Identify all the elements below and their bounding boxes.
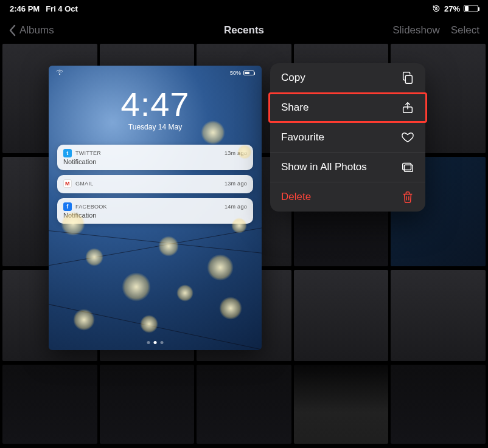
svg-rect-2 [405,75,412,83]
grid-thumb[interactable] [2,365,97,444]
svg-rect-0 [436,8,437,10]
trash-icon [401,190,414,204]
menu-item-favourite[interactable]: Favourite [270,123,425,153]
menu-label: Delete [281,191,311,203]
notif-app: TWITTER [75,150,101,156]
menu-label: Favourite [281,131,324,143]
nav-bar: Albums Recents Slideshow Select [0,17,488,44]
notification-stack: t TWITTER 13m ago Notification M GMAIL 1… [57,145,253,224]
copy-icon [401,71,414,84]
lockscreen-time: 4:47 [49,88,262,122]
menu-label: Show in All Photos [281,161,367,173]
grid-thumb[interactable] [391,270,486,361]
context-menu: Copy Share Favourite Show in All Photos … [270,63,425,212]
notif-app: FACEBOOK [75,204,107,210]
chevron-left-icon [9,24,17,36]
heart-icon [401,131,414,144]
preview-status-bar: 50% [49,66,262,77]
menu-label: Copy [281,72,305,84]
share-icon [401,101,414,114]
preview-batt-pct: 50% [230,70,241,76]
svg-point-1 [59,74,60,75]
page-indicator [147,341,164,344]
status-bar: 2:46 PM Fri 4 Oct 27% [0,0,488,17]
notification-card: f FACEBOOK 14m ago Notification [57,198,253,224]
twitter-icon: t [63,149,72,157]
battery-icon [464,5,478,12]
status-date: Fri 4 Oct [46,4,78,13]
notif-body: Notification [63,158,247,165]
wifi-icon [56,69,63,77]
grid-thumb[interactable] [100,365,195,444]
photos-icon [401,160,414,174]
gmail-icon: M [63,179,72,188]
grid-thumb[interactable] [197,365,291,444]
notif-app: GMAIL [75,181,94,187]
select-button[interactable]: Select [451,24,479,36]
notification-card: t TWITTER 13m ago Notification [57,145,253,170]
orientation-lock-icon [432,4,441,13]
grid-thumb[interactable] [294,270,389,361]
preview-battery-icon [243,71,254,75]
facebook-icon: f [63,202,72,211]
notif-age: 13m ago [225,181,247,187]
menu-item-share[interactable]: Share [270,93,425,123]
notif-age: 14m ago [225,204,247,210]
back-label: Albums [19,24,54,36]
grid-thumb[interactable] [294,365,389,444]
lockscreen-date: Tuesday 14 May [49,123,262,131]
page-title: Recents [224,24,264,36]
slideshow-button[interactable]: Slideshow [392,24,440,36]
menu-item-delete[interactable]: Delete [270,182,425,212]
menu-label: Share [281,102,308,114]
selected-photo-preview[interactable]: 50% 4:47 Tuesday 14 May t TWITTER 13m ag… [49,66,262,350]
menu-item-show-all[interactable]: Show in All Photos [270,153,425,182]
grid-thumb[interactable] [391,365,486,444]
notification-card: M GMAIL 13m ago [57,175,253,193]
notif-body: Notification [63,212,247,219]
menu-item-copy[interactable]: Copy [270,63,425,93]
battery-pct: 27% [444,4,460,13]
back-button[interactable]: Albums [9,24,54,36]
status-time: 2:46 PM [10,4,40,13]
